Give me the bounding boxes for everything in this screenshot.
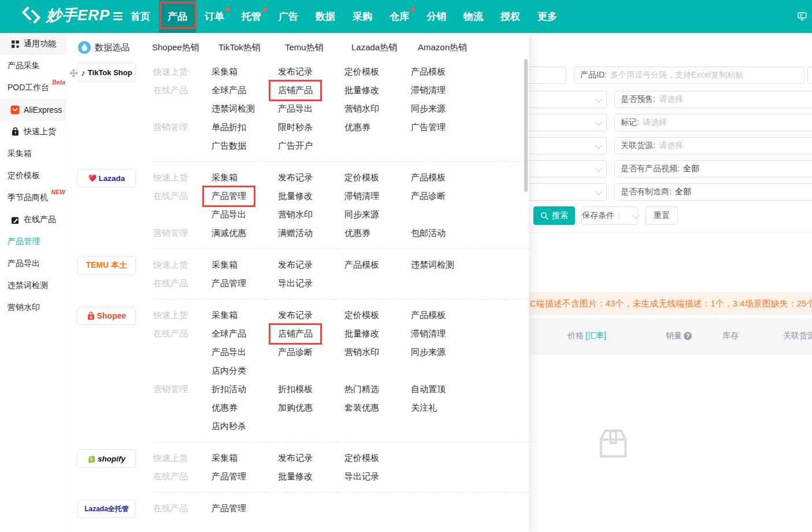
platform-logo-shopify[interactable]: shopify	[77, 449, 136, 468]
menu-link-批量修改[interactable]: 批量修改	[278, 191, 313, 202]
filter-select-partial-2[interactable]	[529, 137, 607, 154]
menu-link-折扣模板[interactable]: 折扣模板	[278, 384, 313, 395]
menu-link-营销水印[interactable]: 营销水印	[344, 347, 379, 358]
menu-link-全球产品[interactable]: 全球产品	[212, 328, 246, 339]
platform-logo-lazada-choice[interactable]: Lazada全托管	[77, 500, 136, 518]
sidebar-item-3[interactable]: AliExpress	[0, 99, 66, 121]
filter-field-0[interactable]: 是否预售:请选择	[614, 91, 812, 108]
sidebar-item-5[interactable]: 采集箱	[0, 143, 66, 165]
nav-item-2[interactable]: 订单	[196, 0, 233, 33]
menu-link-关注礼[interactable]: 关注礼	[411, 402, 437, 413]
menu-link-定价模板[interactable]: 定价模板	[344, 453, 379, 464]
menu-link-导出记录[interactable]: 导出记录	[278, 278, 313, 289]
menu-link-导出记录[interactable]: 导出记录	[344, 471, 379, 482]
filter-select-partial-3[interactable]	[529, 160, 607, 178]
drag-handle-icon[interactable]	[69, 69, 78, 77]
menu-link-批量修改[interactable]: 批量修改	[344, 328, 379, 339]
help-icon[interactable]: ?	[684, 332, 692, 340]
hot-link-4[interactable]: Amazon热销	[418, 42, 484, 53]
menu-link-发布记录[interactable]: 发布记录	[278, 66, 313, 77]
filter-field-4[interactable]: 是否有制造商:全部	[614, 183, 812, 201]
menu-link-满赠活动[interactable]: 满赠活动	[278, 228, 313, 239]
nav-item-3[interactable]: 托管	[233, 0, 270, 33]
nav-item-5[interactable]: 数据	[307, 0, 344, 33]
nav-item-10[interactable]: 授权	[492, 0, 529, 33]
menu-link-批量修改[interactable]: 批量修改	[344, 85, 379, 96]
platform-logo-temu[interactable]: TEMU 本土	[77, 256, 136, 275]
menu-link-优惠券[interactable]: 优惠券	[344, 122, 370, 133]
menu-link-违禁词检测[interactable]: 违禁词检测	[212, 104, 255, 114]
nav-item-11[interactable]: 更多	[529, 0, 566, 33]
filter-field-1[interactable]: 标记:请选择	[614, 114, 812, 131]
brand-logo[interactable]: 妙手ERP	[21, 5, 110, 25]
menu-link-店内秒杀[interactable]: 店内秒杀	[212, 421, 246, 432]
announcement-icon[interactable]	[797, 11, 807, 21]
menu-link-包邮活动[interactable]: 包邮活动	[411, 228, 446, 239]
menu-link-全球产品[interactable]: 全球产品	[212, 85, 246, 96]
filter-select-partial-1[interactable]	[529, 114, 607, 131]
hot-link-1[interactable]: TikTok热销	[218, 42, 285, 53]
menu-link-套装优惠[interactable]: 套装优惠	[344, 402, 379, 413]
menu-link-产品模板[interactable]: 产品模板	[411, 66, 446, 77]
nav-item-9[interactable]: 物流	[455, 0, 492, 33]
menu-link-定价模板[interactable]: 定价模板	[344, 66, 379, 77]
menu-link-同步来源[interactable]: 同步来源	[411, 347, 446, 358]
menu-link-产品管理[interactable]: 产品管理	[212, 471, 246, 482]
nav-item-8[interactable]: 分销	[418, 0, 455, 33]
menu-link-产品管理[interactable]: 产品管理	[212, 191, 246, 202]
sidebar-item-2[interactable]: POD工作台Beta	[0, 77, 66, 99]
nav-item-1[interactable]: 产品	[159, 0, 196, 33]
menu-link-营销水印[interactable]: 营销水印	[344, 104, 379, 114]
exchange-rate-link[interactable]: [汇率]	[585, 331, 606, 341]
menu-link-限时秒杀[interactable]: 限时秒杀	[278, 122, 313, 133]
search-button[interactable]: 搜索	[533, 206, 575, 225]
menu-link-广告数据[interactable]: 广告数据	[212, 141, 246, 152]
menu-link-产品模板[interactable]: 产品模板	[411, 310, 446, 321]
sidebar-item-8[interactable]: 在线产品	[0, 209, 66, 231]
sidebar-item-6[interactable]: 定价模板	[0, 165, 66, 187]
menu-link-发布记录[interactable]: 发布记录	[278, 453, 313, 464]
platform-logo-tiktok[interactable]: ♪TikTok Shop	[77, 63, 136, 82]
hot-link-2[interactable]: Temu热销	[285, 42, 351, 53]
filter-select-partial-0[interactable]	[529, 91, 607, 108]
menu-link-发布记录[interactable]: 发布记录	[278, 310, 313, 321]
filter-input-edge[interactable]	[807, 66, 812, 84]
sidebar-item-9[interactable]: 产品管理	[0, 231, 66, 253]
menu-link-产品导出[interactable]: 产品导出	[212, 347, 246, 358]
product-id-input[interactable]: 产品ID: 多个用逗号分隔，支持Excel复制粘贴	[574, 66, 804, 84]
menu-link-产品管理[interactable]: 产品管理	[212, 503, 246, 514]
data-selection-item[interactable]: 数据选品	[78, 41, 152, 54]
sidebar-item-7[interactable]: 季节品商机NEW	[0, 187, 66, 209]
save-conditions-button[interactable]: 保存条件	[581, 206, 638, 225]
menu-link-采集箱[interactable]: 采集箱	[212, 66, 238, 77]
menu-link-广告管理[interactable]: 广告管理	[411, 122, 446, 133]
menu-link-产品诊断[interactable]: 产品诊断	[278, 347, 313, 358]
menu-link-产品诊断[interactable]: 产品诊断	[411, 191, 446, 202]
platform-logo-shopee[interactable]: SShopee	[77, 306, 136, 325]
menu-link-产品导出[interactable]: 产品导出	[278, 104, 313, 114]
menu-link-自动置顶[interactable]: 自动置顶	[411, 384, 446, 395]
menu-link-产品模板[interactable]: 产品模板	[411, 172, 446, 183]
menu-link-采集箱[interactable]: 采集箱	[212, 172, 238, 183]
menu-link-发布记录[interactable]: 发布记录	[278, 260, 313, 271]
menu-link-店内分类[interactable]: 店内分类	[212, 365, 246, 376]
menu-link-加购优惠[interactable]: 加购优惠	[278, 402, 313, 413]
platform-logo-lazada[interactable]: Lazada	[77, 169, 136, 187]
menu-link-批量修改[interactable]: 批量修改	[278, 471, 313, 482]
reset-button[interactable]: 重置	[646, 206, 678, 225]
sidebar-item-4[interactable]: 快速上货	[0, 121, 66, 143]
menu-link-广告开户[interactable]: 广告开户	[278, 141, 313, 152]
menu-link-优惠券[interactable]: 优惠券	[344, 228, 370, 239]
filter-field-2[interactable]: 关联货源:请选择	[614, 137, 812, 154]
menu-toggle-icon[interactable]	[113, 12, 123, 20]
menu-link-同步来源[interactable]: 同步来源	[411, 104, 446, 114]
sidebar-item-11[interactable]: 违禁词检测	[0, 275, 66, 297]
menu-link-产品管理[interactable]: 产品管理	[212, 278, 246, 289]
menu-link-违禁词检测[interactable]: 违禁词检测	[411, 260, 454, 271]
menu-link-热门精选[interactable]: 热门精选	[344, 384, 379, 395]
sidebar-item-1[interactable]: 产品采集	[0, 55, 66, 77]
nav-item-0[interactable]: 首页	[122, 0, 159, 33]
filter-field-3[interactable]: 是否有产品视频:全部	[614, 160, 812, 178]
hot-link-0[interactable]: Shopee热销	[152, 42, 218, 53]
menu-link-折扣活动[interactable]: 折扣活动	[212, 384, 246, 395]
